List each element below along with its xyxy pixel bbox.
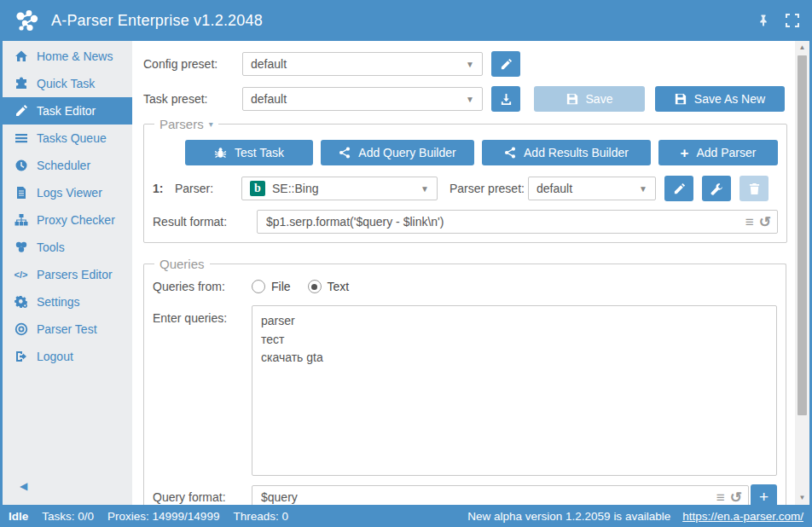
- add-results-builder-button[interactable]: Add Results Builder: [482, 140, 651, 165]
- query-format-label: Query format:: [153, 490, 252, 504]
- pencil-icon: [500, 58, 513, 71]
- add-query-builder-label: Add Query Builder: [358, 146, 455, 159]
- plus-icon: +: [681, 146, 689, 160]
- caret-down-icon: ▾: [209, 119, 213, 129]
- reset-icon[interactable]: ↺: [730, 490, 742, 505]
- parser-preset-select[interactable]: default ▼: [528, 177, 656, 200]
- app-title: A-Parser Enterprise v1.2.2048: [51, 12, 263, 30]
- a-parser-logo-icon: [12, 5, 43, 36]
- add-results-builder-label: Add Results Builder: [524, 146, 629, 159]
- queries-legend[interactable]: Queries: [154, 257, 210, 271]
- add-parser-label: Add Parser: [696, 146, 756, 159]
- update-notice: New alpha version 1.2.2059 is available: [467, 510, 670, 523]
- list-icon: [14, 131, 28, 146]
- template-menu-icon[interactable]: ≡: [745, 215, 754, 229]
- parser-label: Parser:: [175, 182, 241, 195]
- scroll-down-icon[interactable]: ▼: [799, 493, 806, 503]
- download-icon: [500, 93, 513, 106]
- scrollbar-thumb[interactable]: [798, 55, 807, 415]
- status-threads: Threads: 0: [233, 510, 288, 523]
- home-icon: [14, 49, 28, 64]
- pencil-icon: [673, 182, 686, 195]
- text-radio-label: Text: [328, 280, 350, 293]
- queries-textarea[interactable]: parser тест скачать gta: [252, 305, 777, 476]
- task-preset-select[interactable]: default ▼: [242, 87, 483, 111]
- logout-icon: [14, 350, 28, 364]
- sidebar-item-scheduler[interactable]: Scheduler: [3, 152, 132, 179]
- enter-queries-label: Enter queries:: [153, 305, 252, 325]
- queries-section: Queries Queries from: File Text: [143, 257, 786, 505]
- save-button-label: Save: [586, 92, 613, 106]
- save-as-new-button-label: Save As New: [694, 92, 765, 106]
- sidebar-item-label: Parser Test: [37, 322, 97, 336]
- template-menu-icon[interactable]: ≡: [716, 490, 725, 505]
- sidebar-item-settings[interactable]: Settings: [3, 288, 132, 316]
- parser-preset-label: Parser preset:: [450, 182, 528, 195]
- result-format-input[interactable]: [257, 210, 778, 234]
- queries-from-text-radio[interactable]: Text: [308, 280, 350, 293]
- chevron-down-icon: ▼: [639, 184, 647, 194]
- test-task-button[interactable]: Test Task: [185, 140, 313, 165]
- sidebar-item-label: Task Editor: [37, 104, 96, 118]
- import-task-preset-button[interactable]: [491, 86, 520, 112]
- sidebar-item-label: Settings: [37, 295, 80, 309]
- save-button[interactable]: Save: [534, 86, 645, 112]
- sidebar-item-parsers-editor[interactable]: </> Parsers Editor: [3, 261, 132, 288]
- update-link[interactable]: https://en.a-parser.com/: [682, 510, 803, 523]
- bing-icon: b: [250, 181, 265, 196]
- sitemap-icon: [14, 213, 28, 228]
- reset-icon[interactable]: ↺: [759, 215, 771, 229]
- edit-parser-button[interactable]: [664, 176, 693, 201]
- sidebar-item-quick-task[interactable]: Quick Task: [3, 70, 132, 97]
- bug-icon: [214, 147, 227, 159]
- cubes-icon: [14, 240, 28, 255]
- fullscreen-icon[interactable]: [785, 13, 800, 28]
- radio-checked-icon: [308, 280, 322, 293]
- parser-options-button[interactable]: [702, 176, 731, 201]
- code-icon: </>: [14, 268, 28, 282]
- test-task-label: Test Task: [235, 146, 284, 159]
- task-preset-value: default: [251, 92, 287, 106]
- sidebar-item-label: Scheduler: [37, 159, 90, 172]
- plus-icon: +: [759, 488, 768, 505]
- parser-index: 1:: [153, 182, 175, 195]
- pin-icon[interactable]: [756, 13, 771, 28]
- config-preset-select[interactable]: default ▼: [242, 52, 483, 76]
- delete-parser-button[interactable]: [740, 176, 768, 201]
- queries-from-file-radio[interactable]: File: [252, 280, 291, 293]
- add-parser-button[interactable]: + Add Parser: [658, 140, 778, 165]
- clock-icon: [14, 159, 28, 173]
- add-query-format-button[interactable]: +: [751, 484, 777, 505]
- parser-select-value: SE::Bing: [272, 182, 318, 195]
- scroll-up-icon[interactable]: ▲: [799, 43, 806, 53]
- chevron-down-icon: ▼: [466, 95, 474, 104]
- sidebar-item-logs-viewer[interactable]: Logs Viewer: [3, 179, 132, 206]
- save-as-new-button[interactable]: Save As New: [655, 86, 785, 112]
- parsers-legend[interactable]: Parsers ▾: [154, 117, 218, 131]
- file-radio-label: File: [271, 280, 291, 293]
- sidebar-item-home-news[interactable]: Home & News: [3, 43, 132, 70]
- vertical-scrollbar[interactable]: ▲ ▼: [795, 41, 809, 505]
- chevron-down-icon: ▼: [466, 60, 474, 69]
- edit-config-preset-button[interactable]: [491, 51, 520, 77]
- config-preset-value: default: [251, 57, 287, 71]
- sidebar-item-label: Home & News: [37, 49, 113, 63]
- sidebar-item-logout[interactable]: Logout: [3, 343, 132, 370]
- add-query-builder-button[interactable]: Add Query Builder: [321, 140, 474, 165]
- parsers-legend-label: Parsers: [160, 117, 204, 131]
- parser-select[interactable]: b SE::Bing ▼: [241, 177, 438, 200]
- puzzle-icon: [14, 77, 28, 91]
- main-content: Config preset: default ▼ Task preset: de…: [132, 41, 795, 505]
- status-state: Idle: [9, 510, 28, 523]
- share-icon: [339, 147, 351, 159]
- file-icon: [14, 186, 28, 200]
- pencil-icon: [14, 104, 28, 119]
- query-format-input[interactable]: [252, 485, 749, 505]
- sidebar-item-task-editor[interactable]: Task Editor: [3, 97, 132, 125]
- sidebar-item-tools[interactable]: Tools: [3, 234, 132, 261]
- sidebar-item-parser-test[interactable]: Parser Test: [3, 316, 132, 343]
- sidebar-collapse-icon[interactable]: ◀: [20, 481, 27, 491]
- config-preset-label: Config preset:: [143, 57, 242, 71]
- sidebar-item-proxy-checker[interactable]: Proxy Checker: [3, 206, 132, 234]
- sidebar-item-tasks-queue[interactable]: Tasks Queue: [3, 125, 132, 152]
